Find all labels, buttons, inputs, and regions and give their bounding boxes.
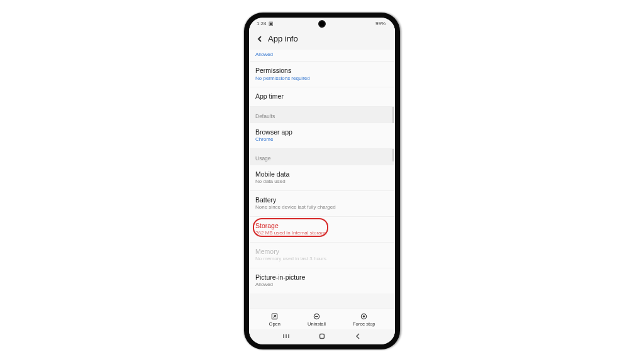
- camera-notch: [318, 20, 326, 28]
- battery-percent: 99%: [375, 21, 386, 26]
- uninstall-label: Uninstall: [308, 321, 326, 327]
- row-storage-title: Storage: [255, 222, 389, 231]
- force-stop-icon: [360, 312, 368, 320]
- phone-frame: 1:24 ▣ 99% App info: [244, 13, 400, 349]
- section-usage: Usage: [249, 149, 395, 165]
- row-pip-title: Picture-in-picture: [255, 273, 389, 282]
- allowed-label: Allowed: [249, 50, 395, 62]
- nav-recents[interactable]: [282, 331, 290, 343]
- row-mobiledata-sub: No data used: [255, 178, 389, 185]
- row-browser-sub: Chrome: [255, 136, 389, 143]
- row-apptimer[interactable]: App timer: [249, 87, 395, 107]
- nav-back[interactable]: [354, 331, 362, 343]
- page-title: App info: [268, 34, 298, 43]
- row-mobile-data[interactable]: Mobile data No data used: [249, 165, 395, 191]
- row-battery-title: Battery: [255, 196, 389, 205]
- row-storage-sub: 262 MB used in Internal storage: [255, 230, 389, 236]
- row-permissions-title: Permissions: [255, 67, 389, 75]
- row-permissions-sub: No permissions required: [255, 75, 389, 82]
- bottom-action-bar: Open Uninstall Force stop: [249, 308, 395, 329]
- force-stop-button[interactable]: Force stop: [353, 312, 375, 327]
- open-icon: [271, 312, 279, 320]
- nav-home[interactable]: [318, 331, 326, 343]
- force-stop-label: Force stop: [353, 321, 375, 327]
- page-header: App info: [249, 29, 395, 50]
- camera-indicator-icon: ▣: [269, 21, 274, 26]
- open-label: Open: [269, 321, 280, 327]
- row-pip-sub: Allowed: [255, 282, 389, 288]
- row-apptimer-title: App timer: [255, 92, 389, 101]
- status-time: 1:24: [257, 21, 267, 26]
- svg-rect-10: [319, 334, 324, 339]
- section-defaults: Defaults: [249, 107, 395, 123]
- row-mobiledata-title: Mobile data: [255, 170, 389, 179]
- row-memory[interactable]: Memory No memory used in last 3 hours: [249, 243, 395, 268]
- back-button[interactable]: [255, 35, 264, 43]
- screen: 1:24 ▣ 99% App info: [249, 18, 395, 344]
- settings-list: Allowed Permissions No permissions requi…: [249, 50, 395, 308]
- row-browser-app[interactable]: Browser app Chrome: [249, 123, 395, 149]
- uninstall-icon: [313, 312, 320, 320]
- android-nav-bar: [249, 329, 395, 344]
- open-button[interactable]: Open: [269, 312, 280, 327]
- row-memory-title: Memory: [255, 248, 389, 256]
- row-memory-sub: No memory used in last 3 hours: [255, 256, 389, 262]
- row-storage[interactable]: Storage 262 MB used in Internal storage: [249, 217, 395, 243]
- row-permissions[interactable]: Permissions No permissions required: [249, 62, 395, 87]
- svg-point-6: [363, 315, 365, 317]
- row-battery[interactable]: Battery None since device last fully cha…: [249, 191, 395, 217]
- row-browser-title: Browser app: [255, 128, 389, 137]
- row-battery-sub: None since device last fully charged: [255, 204, 389, 211]
- uninstall-button[interactable]: Uninstall: [308, 312, 326, 327]
- row-pip[interactable]: Picture-in-picture Allowed: [249, 268, 395, 293]
